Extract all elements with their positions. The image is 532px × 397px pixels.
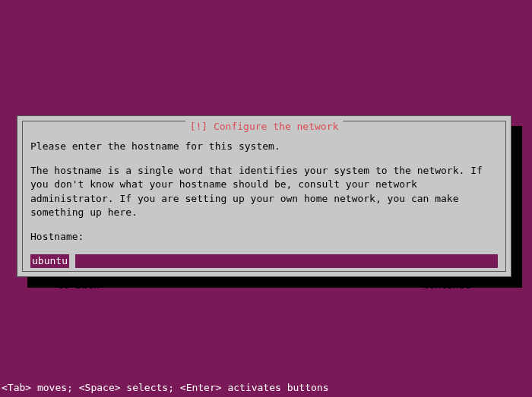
dialog-title: [!] Configure the network <box>185 121 344 132</box>
input-fill: ________________________________________… <box>75 254 498 268</box>
hostname-value: ubuntu <box>30 254 69 268</box>
button-row: <Go Back> <Continue> <box>30 279 498 292</box>
instruction-text: Please enter the hostname for this syste… <box>30 140 498 153</box>
go-back-button[interactable]: <Go Back> <box>52 279 105 292</box>
hostname-label: Hostname: <box>30 230 498 244</box>
hostname-input[interactable]: ubuntu__________________________________… <box>30 254 498 268</box>
footer-help-text: <Tab> moves; <Space> selects; <Enter> ac… <box>2 382 328 393</box>
configure-network-dialog: [!] Configure the network Please enter t… <box>17 115 511 277</box>
text-cursor <box>69 254 75 268</box>
help-text: The hostname is a single word that ident… <box>30 164 498 219</box>
continue-button[interactable]: <Continue> <box>417 279 477 292</box>
dialog-content: Please enter the hostname for this syste… <box>30 140 498 263</box>
dialog-border: [!] Configure the network Please enter t… <box>22 121 506 272</box>
